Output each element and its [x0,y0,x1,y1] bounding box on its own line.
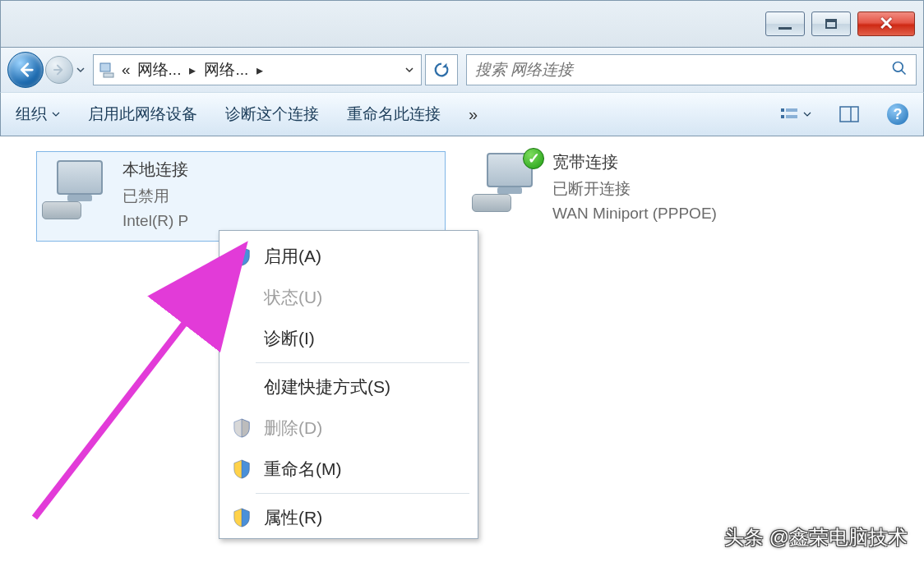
maximize-button[interactable] [811,12,851,36]
svg-rect-5 [786,108,797,112]
svg-rect-1 [104,73,113,77]
close-button[interactable]: ✕ [857,12,915,36]
search-input[interactable] [475,61,891,79]
connection-status: 已断开连接 [552,178,717,200]
watermark-text: 头条 @鑫荣电脑技术 [724,524,908,550]
toolbar-overflow[interactable]: » [469,105,478,124]
ctx-create-shortcut[interactable]: 创建快捷方式(S) [219,366,478,408]
ctx-diagnose[interactable]: 诊断(I) [219,318,478,359]
connection-text: 本地连接 已禁用 Intel(R) P [122,159,188,234]
ctx-properties-label: 属性(R) [264,506,322,529]
svg-rect-4 [781,108,784,112]
svg-line-3 [902,70,906,74]
connection-status: 已禁用 [122,186,188,207]
svg-rect-6 [781,115,784,118]
refresh-icon [432,61,450,79]
breadcrumb-bar[interactable]: « 网络... ▸ 网络... ▸ [93,54,422,85]
check-badge-icon: ✓ [523,148,544,169]
rename-button[interactable]: 重命名此连接 [347,104,441,125]
help-button[interactable]: ? [887,104,908,125]
preview-pane-button[interactable] [839,106,859,122]
forward-button[interactable] [45,56,73,84]
connection-item-wan[interactable]: ✓ 宽带连接 已断开连接 WAN Miniport (PPPOE) [477,151,717,223]
chevron-down-icon [803,110,811,118]
ctx-enable[interactable]: 启用(A) [219,231,478,277]
view-list-icon [780,106,800,122]
ctx-properties[interactable]: 属性(R) [219,497,478,538]
navigation-bar: « 网络... ▸ 网络... ▸ [0,48,924,92]
ctx-rename[interactable]: 重命名(M) [219,449,478,490]
ctx-separator [256,362,469,363]
chevron-down-icon [76,66,85,74]
preview-pane-icon [839,106,859,122]
ctx-delete-label: 删除(D) [264,417,322,440]
diagnose-button[interactable]: 诊断这个连接 [225,104,319,125]
shield-icon [231,246,252,267]
ctx-separator [256,493,469,494]
shield-icon [231,458,252,480]
connection-name: 宽带连接 [552,151,717,173]
command-toolbar: 组织 启用此网络设备 诊断这个连接 重命名此连接 » ? [0,92,924,136]
ctx-rename-label: 重命名(M) [264,458,341,481]
shield-icon [231,507,252,528]
network-adapter-icon [47,159,111,223]
minimize-icon [778,27,792,30]
svg-rect-7 [786,115,797,118]
ctx-delete: 删除(D) [219,408,478,449]
ctx-diagnose-label: 诊断(I) [264,327,315,350]
forward-arrow-icon [53,63,66,76]
connection-name: 本地连接 [122,159,188,181]
maximize-icon [825,19,837,29]
refresh-button[interactable] [425,54,458,85]
svg-point-2 [894,62,903,71]
network-adapter-icon: ✓ [477,151,541,215]
search-icon[interactable] [891,60,908,81]
rename-label: 重命名此连接 [347,104,441,125]
connection-device: WAN Miniport (PPPOE) [552,205,717,223]
view-options-button[interactable] [780,106,811,122]
minimize-button[interactable] [765,12,805,36]
enable-device-button[interactable]: 启用此网络设备 [88,104,197,125]
shield-icon [231,417,252,439]
svg-rect-8 [840,107,858,122]
window-titlebar: ✕ [0,0,924,48]
search-box[interactable] [466,54,917,85]
nav-history-dropdown[interactable] [73,52,88,88]
help-icon: ? [894,106,903,123]
chevron-down-icon [52,110,60,118]
chevron-down-icon [405,66,413,74]
breadcrumb-seg1[interactable]: 网络... [136,59,183,81]
breadcrumb-seg2[interactable]: 网络... [202,59,250,81]
breadcrumb-prefix: « [120,61,132,79]
enable-device-label: 启用此网络设备 [88,104,197,125]
breadcrumb-arrow-1[interactable]: ▸ [186,62,199,78]
network-location-icon [97,60,117,80]
connection-device: Intel(R) P [122,212,188,230]
ctx-status: 状态(U) [219,277,478,318]
ctx-status-label: 状态(U) [264,286,322,309]
connection-text: 宽带连接 已断开连接 WAN Miniport (PPPOE) [552,151,717,223]
back-button[interactable] [7,52,44,88]
diagnose-label: 诊断这个连接 [225,104,319,125]
back-arrow-icon [16,61,35,79]
breadcrumb-dropdown[interactable] [401,66,418,74]
ctx-shortcut-label: 创建快捷方式(S) [264,375,390,398]
organize-menu[interactable]: 组织 [16,104,60,125]
organize-label: 组织 [16,104,47,125]
ctx-enable-label: 启用(A) [264,245,321,268]
close-icon: ✕ [879,13,894,35]
context-menu: 启用(A) 状态(U) 诊断(I) 创建快捷方式(S) 删除(D) 重命名(M)… [219,230,478,539]
svg-rect-0 [100,63,110,71]
breadcrumb-arrow-2[interactable]: ▸ [253,62,266,78]
connection-item-local[interactable]: 本地连接 已禁用 Intel(R) P [36,151,446,242]
